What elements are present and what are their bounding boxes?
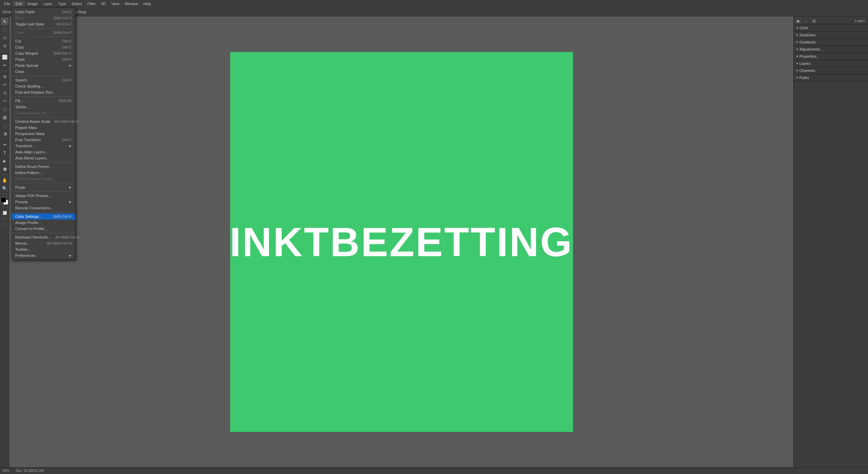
menu-item-adobe-pdf[interactable]: Adobe PDF Presets... <box>12 193 75 199</box>
menu-item-copy-merged[interactable]: Copy Merged Shift+Ctrl+C <box>12 50 75 56</box>
swatches-section-header[interactable]: ▾ Swatches <box>794 32 868 39</box>
menu-item-find-replace[interactable]: Find and Replace Text... <box>12 89 75 95</box>
menu-item-check-spelling[interactable]: Check Spelling... <box>12 83 75 89</box>
dodge-tool[interactable]: ◑ <box>1 130 8 137</box>
menu-image[interactable]: Image <box>25 1 41 6</box>
menu-file[interactable]: File <box>1 1 13 6</box>
menu-item-free-transform[interactable]: Free Transform Ctrl+T <box>12 137 75 143</box>
menu-item-paste-special[interactable]: Paste Special ▶ <box>12 62 75 69</box>
paths-section-header[interactable]: ▾ Paths <box>794 74 868 81</box>
menu-item-convert-profile[interactable]: Convert to Profile... <box>12 226 75 232</box>
menu-item-auto-align[interactable]: Auto-Align Layers... <box>12 149 75 155</box>
menu-item-search[interactable]: Search Ctrl+F <box>12 77 75 83</box>
menu-item-define-brush[interactable]: Define Brush Preset... <box>12 164 75 170</box>
quick-select-tool[interactable]: ⊛ <box>1 42 8 50</box>
canvas-text: INKTBEZETTING <box>230 219 573 265</box>
menu-type[interactable]: Type <box>55 1 69 6</box>
layers-section-header[interactable]: ▾ Layers <box>794 60 868 67</box>
channels-section-header[interactable]: ▾ Channels <box>794 67 868 74</box>
history-brush-tool[interactable]: ↩ <box>1 97 8 105</box>
eraser-tool[interactable]: ◻ <box>1 105 8 113</box>
healing-tool[interactable]: ⊕ <box>1 73 8 80</box>
path-selection-tool[interactable]: ▶ <box>1 157 8 165</box>
menu-select[interactable]: Select <box>69 1 85 6</box>
copy-merged-label: Copy Merged <box>15 51 38 55</box>
menu-item-clear[interactable]: Clear <box>12 69 75 75</box>
gradients-section-header[interactable]: ▾ Gradients <box>794 39 868 46</box>
menu-item-define-shape[interactable]: Define Custom Shape... <box>12 176 75 182</box>
menu-item-redo[interactable]: Redo Shift+Ctrl+Z <box>12 15 75 21</box>
adjustments-section-header[interactable]: ▾ Adjustments... <box>794 46 868 53</box>
gradients-collapse-arrow: ▾ <box>796 40 798 44</box>
sep-7 <box>12 183 75 183</box>
adjustments-collapse-arrow: ▾ <box>796 48 798 51</box>
hand-tool[interactable]: ✋ <box>1 176 8 184</box>
foreground-color[interactable] <box>1 197 6 203</box>
menu-item-toggle-last-state[interactable]: Toggle Last State Alt+Ctrl+Z <box>12 21 75 27</box>
channels-section: ▾ Channels <box>794 67 868 74</box>
menu-view[interactable]: View <box>109 1 122 6</box>
fill-shortcut: Shift+F5 <box>59 99 72 103</box>
free-transform-label: Free Transform <box>15 138 41 142</box>
menu-item-content-aware-fill[interactable]: Content-Aware Fill... <box>12 110 75 116</box>
content-aware-fill-label: Content-Aware Fill... <box>15 111 49 115</box>
menu-item-fill[interactable]: Fill... Shift+F5 <box>12 98 75 104</box>
gradient-tool[interactable]: ▦ <box>1 113 8 121</box>
toolbar-label: Toolbar... <box>15 247 31 251</box>
menu-filter[interactable]: Filter <box>85 1 98 6</box>
menu-item-puppet-warp[interactable]: Puppet Warp <box>12 125 75 131</box>
menu-item-copy[interactable]: Copy Ctrl+C <box>12 44 75 50</box>
menu-item-menus[interactable]: Menus... Alt+Shift+Ctrl+M <box>12 240 75 246</box>
menu-item-toolbar[interactable]: Toolbar... <box>12 246 75 252</box>
menu-item-define-pattern[interactable]: Define Pattern... <box>12 170 75 176</box>
menu-edit[interactable]: Edit <box>13 1 25 6</box>
panel-color-icon[interactable]: ■ <box>795 18 801 24</box>
pen-tool[interactable]: ✒ <box>1 141 8 148</box>
panel-swatches-icon[interactable]: □ <box>803 18 809 24</box>
screen-mode-tool[interactable]: ⬛ <box>1 220 8 228</box>
menu-item-preferences[interactable]: Preferences ▶ <box>12 252 75 259</box>
learn-tab[interactable]: Learn <box>853 18 867 24</box>
menu-3d[interactable]: 3D <box>98 1 109 6</box>
quick-mask-tool[interactable]: ⬜ <box>1 209 8 216</box>
menu-item-purge[interactable]: Purge ▶ <box>12 184 75 190</box>
clone-tool[interactable]: ⊙ <box>1 89 8 96</box>
menu-layer[interactable]: Layer <box>40 1 55 6</box>
gradients-label: Gradients <box>799 40 816 44</box>
menu-item-presets[interactable]: Presets ▶ <box>12 199 75 205</box>
menu-help[interactable]: Help <box>141 1 154 6</box>
blur-tool[interactable]: ◌ <box>1 121 8 129</box>
shape-tool[interactable]: ⬟ <box>1 165 8 173</box>
menu-item-paste[interactable]: Paste Ctrl+V <box>12 56 75 62</box>
panel-gradients-icon[interactable]: ▤ <box>810 18 818 24</box>
text-tool[interactable]: T <box>1 149 8 156</box>
menu-item-remote-connections[interactable]: Remote Connections... <box>12 205 75 211</box>
menu-item-perspective-warp[interactable]: Perspective Warp <box>12 131 75 137</box>
zoom-tool[interactable]: 🔍 <box>1 185 8 192</box>
marquee-tool[interactable]: ⬚ <box>1 26 8 33</box>
menu-item-cut[interactable]: Cut Ctrl+X <box>12 38 75 44</box>
menu-item-stroke[interactable]: Stroke... <box>12 104 75 110</box>
properties-section-header[interactable]: ▾ Properties <box>794 53 868 60</box>
menu-item-transform[interactable]: Transform ▶ <box>12 143 75 149</box>
move-tool[interactable]: ↖ <box>1 18 8 25</box>
tool-separator-1 <box>2 51 8 52</box>
color-swatches[interactable] <box>1 197 9 205</box>
undo-paste-label: Undo Paste <box>15 10 35 14</box>
color-section-header[interactable]: ▾ Color <box>794 24 868 32</box>
menu-item-content-aware-scale[interactable]: Content-Aware Scale Alt+Shift+Ctrl+C <box>12 118 75 125</box>
eyedropper-tool[interactable]: ✒ <box>1 61 8 69</box>
menu-item-undo-paste[interactable]: Undo Paste Ctrl+Z <box>12 9 75 15</box>
menu-item-assign-profile[interactable]: Assign Profile... <box>12 220 75 226</box>
brush-tool[interactable]: ✏ <box>1 81 8 88</box>
lasso-tool[interactable]: ⊙ <box>1 34 8 41</box>
crop-tool[interactable]: ⬜ <box>1 53 8 61</box>
toggle-last-state-label: Toggle Last State <box>15 22 44 26</box>
menu-window[interactable]: Window <box>122 1 141 6</box>
menu-item-auto-blend[interactable]: Auto-Blend Layers... <box>12 155 75 161</box>
clear-label: Clear <box>15 70 24 74</box>
menu-item-keyboard-shortcuts[interactable]: Keyboard Shortcuts... Alt+Shift+Ctrl+K <box>12 234 75 240</box>
menu-item-fade[interactable]: Fade... Shift+Ctrl+F <box>12 30 75 36</box>
copy-shortcut: Ctrl+C <box>62 45 72 49</box>
menu-item-color-settings[interactable]: Color Settings... Shift+Ctrl+K <box>12 213 75 220</box>
